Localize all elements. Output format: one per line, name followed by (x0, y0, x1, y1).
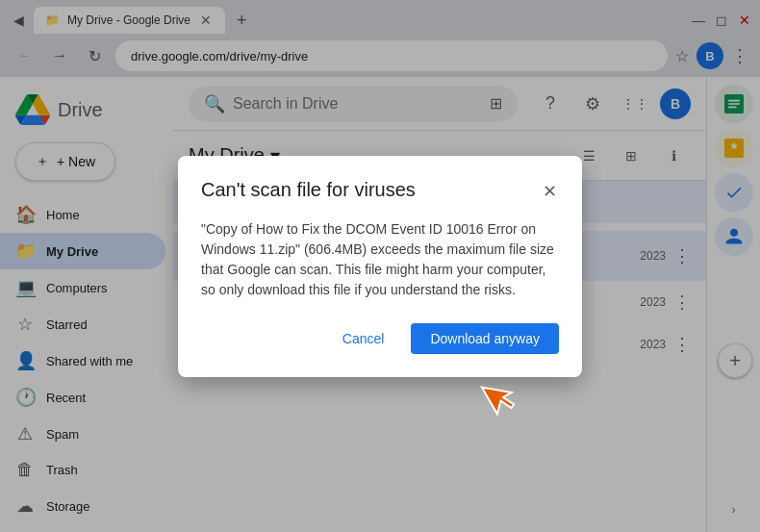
virus-scan-dialog: Can't scan file for viruses ✕ "Copy of H… (178, 156, 582, 377)
dialog-close-button[interactable]: ✕ (541, 179, 559, 204)
cancel-button[interactable]: Cancel (327, 323, 400, 354)
download-anyway-button[interactable]: Download anyway (411, 323, 559, 354)
dialog-body: "Copy of How to Fix the DCOM Event ID 10… (201, 219, 559, 300)
dialog-header: Can't scan file for viruses ✕ (201, 179, 559, 204)
dialog-title: Can't scan file for viruses (201, 179, 541, 201)
dialog-actions: Cancel Download anyway (201, 323, 559, 354)
